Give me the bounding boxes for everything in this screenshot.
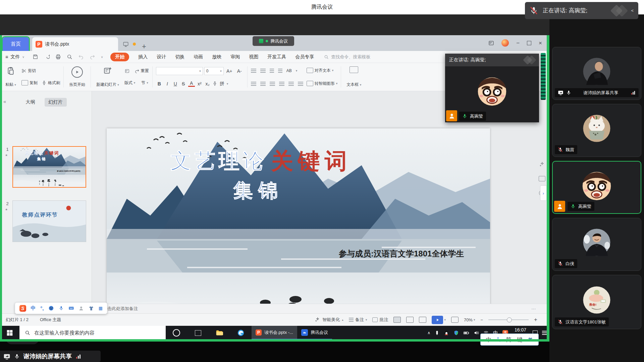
- split-view-icon[interactable]: [488, 40, 494, 46]
- command-search[interactable]: 查找命令、搜索模板: [324, 54, 370, 60]
- align-left-icon[interactable]: [251, 82, 256, 86]
- emoji-icon[interactable]: [48, 305, 54, 311]
- redo-icon[interactable]: [90, 54, 95, 60]
- beautify-button[interactable]: 智能美化▴: [315, 317, 343, 323]
- bullets-icon[interactable]: [251, 69, 256, 73]
- play-options-icon[interactable]: ▾: [444, 318, 446, 321]
- fit-slide-button[interactable]: [451, 317, 459, 323]
- distribute-icon[interactable]: [288, 82, 294, 86]
- italic-button[interactable]: I: [164, 81, 171, 86]
- slide-sorter-view-button[interactable]: [406, 317, 414, 323]
- tab-developer[interactable]: 开发工具: [267, 54, 286, 60]
- taskbar-search[interactable]: 在这里输入你要搜索的内容: [19, 326, 166, 340]
- shrink-font-button[interactable]: A-: [235, 68, 244, 74]
- copy-button[interactable]: 复制 格式刷: [21, 80, 60, 86]
- phone-tray-icon[interactable]: [435, 330, 439, 335]
- security-shield-icon[interactable]: [453, 330, 459, 336]
- slide2-thumbnail[interactable]: [12, 200, 86, 242]
- start-button[interactable]: [0, 326, 19, 340]
- participant-tile-zhangmin[interactable]: 汉语言文学1801张敏: [552, 275, 641, 329]
- font-color-button[interactable]: A: [188, 80, 195, 87]
- account-avatar[interactable]: [501, 39, 509, 47]
- tab-animation[interactable]: 动画: [194, 54, 203, 60]
- participant-tile-gaowanying[interactable]: 高琬莹: [552, 161, 641, 214]
- speaker-icon[interactable]: [474, 330, 479, 336]
- ime-lang-icon[interactable]: 中: [31, 305, 36, 311]
- tab-insert[interactable]: 插入: [138, 54, 148, 60]
- close-button[interactable]: ×: [539, 40, 542, 46]
- export-icon[interactable]: [44, 54, 50, 60]
- meeting-task-button[interactable]: 腾讯会议: [297, 326, 332, 340]
- file-explorer-button[interactable]: [209, 326, 230, 340]
- superscript-button[interactable]: x²: [196, 81, 203, 86]
- meeting-floating-badge[interactable]: 腾讯会议: [253, 36, 294, 46]
- zoom-slider[interactable]: [488, 319, 529, 320]
- grow-font-button[interactable]: A+: [225, 68, 234, 74]
- toolbox-icon[interactable]: [78, 306, 84, 311]
- zoom-level[interactable]: 70%▾: [464, 317, 475, 322]
- outline-tab[interactable]: 大纲: [25, 98, 36, 107]
- justify-icon[interactable]: [279, 82, 284, 86]
- font-family-combo[interactable]: ▾: [156, 67, 203, 75]
- more-commands-icon[interactable]: ∨: [101, 55, 103, 59]
- participant-tile-sharer[interactable]: 谢沛娟的屏幕共享: [552, 47, 641, 100]
- print-preview-icon[interactable]: [67, 54, 72, 60]
- normal-view-button[interactable]: [393, 317, 401, 323]
- tab-member[interactable]: 会员专享: [295, 54, 314, 60]
- maximize-button[interactable]: [527, 41, 531, 45]
- wps-task-button[interactable]: P 读书会.pptx -...: [252, 326, 297, 340]
- ime-punct-icon[interactable]: °,: [40, 305, 44, 311]
- floating-window-header[interactable]: 正在讲话: 高琬莹;: [445, 54, 539, 66]
- beautify-sparkle-icon[interactable]: [539, 162, 545, 167]
- layout-button[interactable]: 版式: [124, 80, 132, 86]
- save-icon[interactable]: [33, 54, 38, 60]
- battery-icon[interactable]: [463, 330, 469, 336]
- new-slide-button[interactable]: 新建幻灯片 ▾: [94, 65, 121, 89]
- notes-toggle-button[interactable]: 备注▾: [349, 317, 367, 323]
- columns-icon[interactable]: [298, 82, 303, 86]
- font-size-combo[interactable]: 0▾: [204, 67, 224, 75]
- new-document-tab-button[interactable]: +: [142, 42, 146, 51]
- tab-home[interactable]: 开始: [110, 53, 129, 61]
- ime-toolbar[interactable]: S 中 °, ▦: [15, 302, 107, 314]
- zoom-in-button[interactable]: +: [534, 316, 537, 323]
- skin-icon[interactable]: [89, 306, 94, 311]
- minimize-button[interactable]: −: [516, 40, 520, 46]
- collapse-toast-icon[interactable]: <: [631, 8, 634, 13]
- bold-button[interactable]: B: [156, 81, 163, 86]
- text-direction-button[interactable]: AB: [286, 68, 292, 73]
- comments-button[interactable]: 批注: [372, 317, 388, 323]
- tray-expand-icon[interactable]: ∧: [427, 330, 430, 335]
- theme-name[interactable]: Office 主题: [40, 317, 61, 323]
- sogou-logo-icon[interactable]: S: [19, 305, 26, 312]
- notes-more-icon[interactable]: ⋯: [531, 306, 537, 311]
- wps-home-tab[interactable]: 首页: [3, 37, 29, 51]
- zoom-out-button[interactable]: −: [480, 317, 483, 322]
- subscript-button[interactable]: x₂: [204, 81, 211, 86]
- align-text-button[interactable]: 对齐文本: [315, 68, 331, 73]
- screen-share-banner[interactable]: 谢沛娟的屏幕共享: [0, 351, 101, 362]
- expand-pane-button[interactable]: ›: [540, 185, 547, 201]
- clear-format-icon[interactable]: [212, 81, 217, 86]
- tab-view[interactable]: 视图: [249, 54, 258, 60]
- print-icon[interactable]: [55, 54, 61, 60]
- strikethrough-button[interactable]: S: [180, 81, 187, 86]
- clipboard-pane-icon[interactable]: [539, 176, 545, 181]
- outdent-icon[interactable]: [270, 69, 274, 73]
- qq-tray-icon[interactable]: [444, 330, 449, 336]
- to-smartart-button[interactable]: 转智能图形: [315, 81, 335, 86]
- tab-transition[interactable]: 切换: [175, 54, 184, 60]
- slideshow-play-button[interactable]: [432, 316, 443, 324]
- pinyin-button[interactable]: 拼: [219, 81, 225, 87]
- indent-icon[interactable]: [278, 69, 282, 73]
- undo-icon[interactable]: [78, 54, 84, 60]
- underline-button[interactable]: U: [172, 81, 179, 86]
- cut-button[interactable]: 剪切: [21, 68, 60, 74]
- voice-input-icon[interactable]: [59, 306, 64, 311]
- numbering-icon[interactable]: [260, 69, 266, 73]
- format-painter-button[interactable]: 格式刷: [48, 80, 60, 86]
- align-center-icon[interactable]: [260, 82, 266, 86]
- edge-button[interactable]: [230, 326, 252, 340]
- participant-tile-weimiao[interactable]: 魏苗: [552, 104, 641, 157]
- action-center-icon[interactable]: [542, 331, 547, 335]
